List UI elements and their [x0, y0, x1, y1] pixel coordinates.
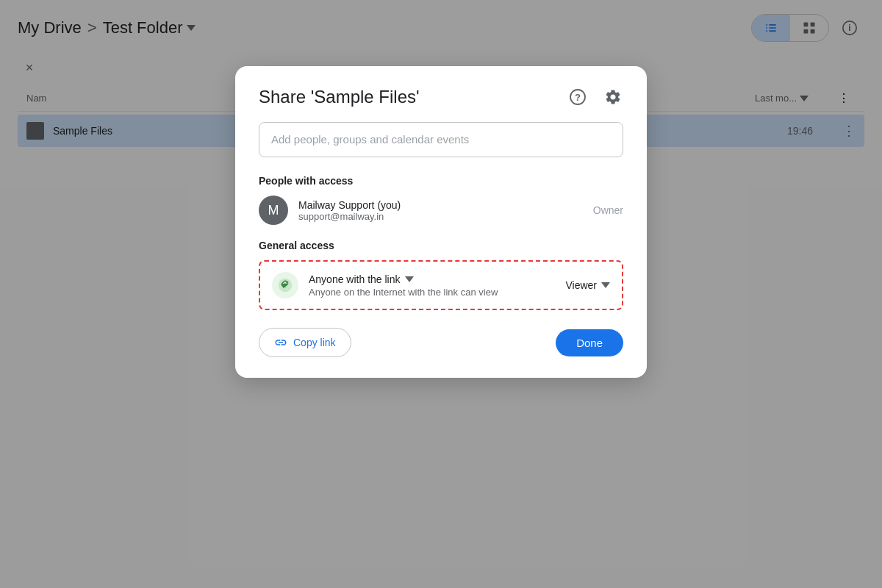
- person-name: Mailway Support (you): [298, 199, 593, 211]
- general-access-box: Anyone with the link Anyone on the Inter…: [259, 260, 623, 310]
- help-button[interactable]: ?: [564, 84, 591, 110]
- general-access-section: General access Anyone with the link: [259, 240, 623, 310]
- copy-link-icon: [274, 336, 287, 349]
- done-button[interactable]: Done: [556, 329, 623, 356]
- dialog-overlay: Share 'Sample Files' ? People with acces…: [0, 0, 882, 588]
- person-email: support@mailway.in: [298, 211, 593, 222]
- access-type[interactable]: Anyone with the link: [309, 273, 555, 285]
- access-icon: [272, 272, 298, 298]
- share-dialog: Share 'Sample Files' ? People with acces…: [235, 66, 647, 378]
- people-with-access-label: People with access: [259, 175, 623, 187]
- settings-icon: [604, 88, 622, 106]
- access-details: Anyone with the link Anyone on the Inter…: [309, 273, 555, 298]
- access-type-chevron-icon: [405, 276, 414, 282]
- person-row: M Mailway Support (you) support@mailway.…: [259, 196, 623, 225]
- help-icon: ?: [569, 88, 587, 106]
- settings-button[interactable]: [600, 84, 626, 110]
- dialog-top-icons: ?: [564, 84, 626, 110]
- share-input[interactable]: [271, 133, 611, 146]
- access-role-chevron-icon: [601, 282, 610, 288]
- dialog-footer: Copy link Done: [259, 328, 623, 357]
- avatar: M: [259, 196, 288, 225]
- person-info: Mailway Support (you) support@mailway.in: [298, 199, 593, 222]
- access-desc: Anyone on the Internet with the link can…: [309, 287, 555, 298]
- copy-link-button[interactable]: Copy link: [259, 328, 351, 357]
- svg-text:?: ?: [575, 92, 581, 103]
- link-icon: [277, 277, 293, 293]
- share-input-wrapper[interactable]: [259, 122, 623, 157]
- general-access-label: General access: [259, 240, 623, 251]
- person-role: Owner: [593, 204, 623, 216]
- access-role-selector[interactable]: Viewer: [565, 279, 610, 291]
